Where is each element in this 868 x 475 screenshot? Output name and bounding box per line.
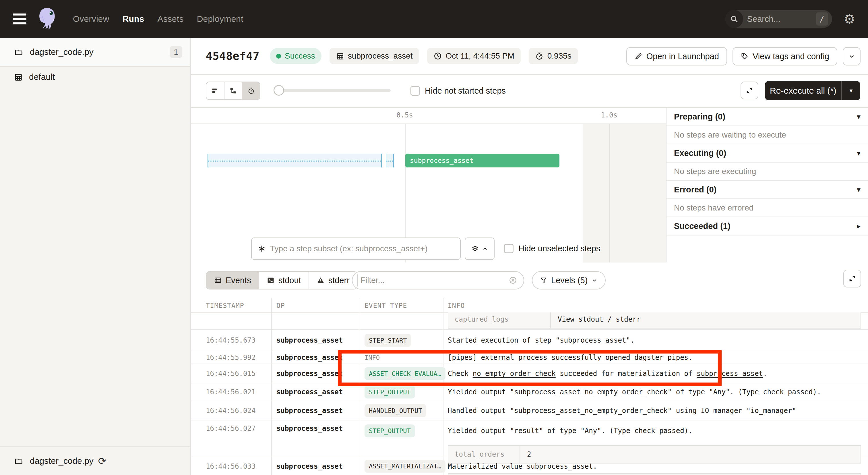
asset-tag[interactable]: subprocess_asset (330, 48, 419, 64)
section-errored[interactable]: Errored (0) ▾ (666, 181, 868, 199)
log-row[interactable]: 16:44:56.021 subprocess_asset STEP_OUTPU… (191, 383, 868, 401)
dagster-run-page: Overview Runs Assets Deployment / ⚙ (0, 0, 868, 475)
tab-stderr[interactable]: stderr (309, 272, 357, 289)
hide-not-started-checkbox[interactable] (410, 86, 420, 96)
tab-stdout[interactable]: stdout (259, 272, 309, 289)
caret-right-icon: ▸ (857, 222, 861, 231)
section-preparing[interactable]: Preparing (0) ▾ (666, 108, 868, 126)
log-tabbar: Events stdout stderr (191, 263, 868, 298)
section-succeeded[interactable]: Succeeded (1) ▸ (666, 217, 868, 236)
search-input[interactable] (747, 14, 805, 24)
layers-icon (471, 245, 479, 253)
table-icon (336, 52, 344, 60)
log-timestamp: 16:44:56.015 (206, 369, 255, 378)
graph-options-button[interactable] (465, 237, 495, 260)
expand-icon (745, 86, 753, 94)
log-row[interactable]: 16:44:56.027 subprocess_asset STEP_OUTPU… (191, 420, 868, 457)
log-tabs: Events stdout stderr (206, 271, 358, 290)
timeline-tick: 0.5s (396, 111, 413, 119)
funnel-icon (540, 276, 547, 284)
nav-overview[interactable]: Overview (73, 14, 110, 24)
reexecute-dropdown-button[interactable]: ▾ (841, 81, 860, 100)
caret-down-icon: ▾ (857, 185, 861, 194)
step-status-panel: Preparing (0) ▾ No steps are waiting to … (666, 108, 868, 263)
log-op: subprocess_asset (276, 388, 343, 396)
gantt-step-bar[interactable]: subprocess_asset (405, 154, 559, 168)
waiting-segment (386, 154, 394, 168)
log-row[interactable]: 16:44:56.024 subprocess_asset HANDLED_OU… (191, 401, 868, 420)
view-tags-config-button[interactable]: View tags and config (733, 47, 837, 65)
hamburger-menu-icon[interactable] (12, 13, 26, 24)
metadata-key: captured_logs (448, 313, 551, 328)
pencil-icon (634, 52, 642, 60)
global-search[interactable]: / (725, 10, 832, 28)
log-info: Check no_empty_order_check succeeded for… (448, 369, 767, 378)
folder-icon (14, 48, 24, 56)
gantt-toolbar: Hide not started steps Re-execute all (*… (191, 75, 868, 108)
tag-icon (741, 52, 749, 60)
hide-unselected-checkbox[interactable] (504, 244, 514, 253)
log-row[interactable]: 16:44:55.992 subprocess_asset INFO [pipe… (191, 351, 868, 364)
nav-deployment[interactable]: Deployment (197, 14, 243, 24)
event-type-badge: ASSET_CHECK_EVALUA… (365, 367, 445, 380)
view-flat-button[interactable] (206, 82, 224, 99)
log-info: Materialized value subprocess_asset. (448, 463, 597, 470)
log-filter-input[interactable] (361, 276, 508, 285)
chevron-down-icon (848, 53, 856, 60)
log-row[interactable]: 16:44:55.673 subprocess_asset STEP_START… (191, 330, 868, 351)
nav-assets[interactable]: Assets (157, 14, 183, 24)
run-id: 4548ef47 (206, 50, 259, 62)
view-timed-button[interactable] (242, 82, 260, 99)
open-in-launchpad-button[interactable]: Open in Launchpad (626, 47, 727, 65)
reload-icon[interactable]: ⟳ (98, 456, 106, 466)
hide-unselected-control[interactable]: Hide unselected steps (504, 244, 600, 253)
top-nav: Overview Runs Assets Deployment / ⚙ (0, 0, 868, 38)
section-executing-body: No steps are executing (666, 162, 868, 181)
expand-icon (848, 274, 856, 283)
dagster-logo[interactable] (34, 5, 60, 33)
log-timestamp: 16:44:56.021 (206, 388, 255, 396)
gantt-timeline: 0.5s 1.0s (191, 108, 666, 123)
step-subset-input[interactable] (270, 244, 448, 253)
expand-logs-button[interactable] (843, 270, 861, 288)
log-filter-field[interactable] (352, 271, 524, 290)
col-timestamp: TIMESTAMP (206, 302, 244, 309)
expand-gantt-button[interactable] (741, 82, 758, 99)
sidebar-item-default[interactable]: default (0, 67, 190, 87)
run-actions-dropdown-button[interactable] (843, 47, 861, 65)
levels-filter-button[interactable]: Levels (5) (532, 271, 606, 290)
status-badge: Success (270, 48, 321, 64)
section-errored-body: No steps have errored (666, 199, 868, 217)
gantt-chart: 0.5s 1.0s subprocess_asset (191, 108, 666, 263)
hide-not-started-control[interactable]: Hide not started steps (410, 86, 506, 96)
log-op: subprocess_asset (276, 407, 343, 415)
view-stdout-stderr-link[interactable]: View stdout / stderr (551, 313, 648, 328)
log-row[interactable]: 16:44:56.033 subprocess_asset ASSET_MATE… (191, 457, 868, 475)
log-info: Started execution of step "subprocess_as… (448, 336, 634, 344)
view-waterfall-button[interactable] (224, 82, 243, 99)
clear-filter-icon[interactable] (508, 276, 517, 285)
log-op: subprocess_asset (276, 369, 343, 378)
section-executing[interactable]: Executing (0) ▾ (666, 144, 868, 162)
waterfall-view-icon (229, 87, 237, 95)
check-name-link[interactable]: no_empty_order_check (473, 369, 556, 378)
log-table: TIMESTAMP OP EVENT TYPE INFO captured_lo… (191, 298, 868, 475)
gear-icon[interactable]: ⚙ (844, 12, 856, 26)
log-timestamp: 16:44:56.033 (206, 463, 255, 470)
events-table-icon (214, 276, 222, 284)
zoom-slider-knob[interactable] (274, 85, 284, 96)
log-info: Yielded output "result" of type "Any". (… (448, 427, 693, 435)
log-row[interactable]: 16:44:56.015 subprocess_asset ASSET_CHEC… (191, 364, 868, 383)
nav-runs[interactable]: Runs (123, 14, 144, 24)
run-header: 4548ef47 Success subprocess_asset Oct 11… (191, 38, 868, 75)
asset-link[interactable]: subprocess_asset (696, 369, 763, 378)
zoom-slider[interactable] (276, 89, 391, 92)
step-subset-field[interactable] (251, 237, 461, 260)
start-time: Oct 11, 4:44:55 PM (427, 48, 521, 64)
reexecute-all-button[interactable]: Re-execute all (*) ▾ (765, 81, 860, 100)
step-selector-icon (257, 244, 266, 253)
tab-events[interactable]: Events (206, 272, 259, 289)
log-info: [pipes] external process successfully op… (448, 354, 693, 362)
sidebar-repo-header[interactable]: dagster_code.py 1 (0, 38, 190, 67)
main-content: 4548ef47 Success subprocess_asset Oct 11… (191, 38, 868, 475)
